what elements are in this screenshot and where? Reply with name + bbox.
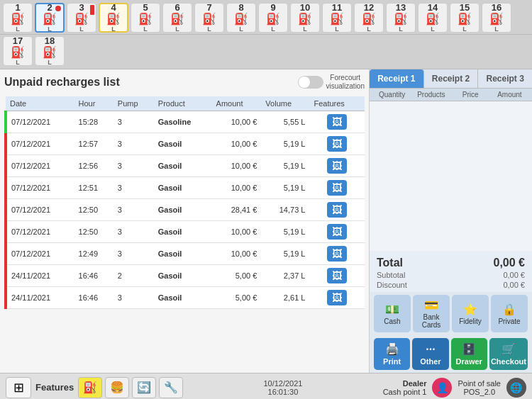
receipt-view-button[interactable]: 🖼: [327, 202, 347, 218]
cell-0: 07/12/2021: [6, 133, 74, 155]
pay-btn-bank-cards[interactable]: 💳Bank Cards: [413, 295, 450, 332]
pump-label: L: [494, 26, 499, 33]
cell-3: Gasoil: [154, 177, 212, 199]
table-row[interactable]: 24/11/202116:462Gasoil5,00 €2,37 L🖼: [6, 265, 365, 287]
cell-0: 24/11/2021: [6, 287, 74, 309]
col-product: Product: [154, 96, 212, 111]
pay-btn-private[interactable]: 🔒Private: [491, 295, 528, 332]
cell-3: Gasoil: [154, 287, 212, 309]
receipt-view-button[interactable]: 🖼: [327, 246, 347, 262]
total-section: Total 0,00 € Subtotal 0,00 € Discount 0,…: [370, 251, 532, 292]
pump-11[interactable]: 11⛽L: [322, 3, 352, 33]
bottom-left: ⊞ Features ⛽ 🍔 🔄 🔧: [6, 377, 183, 398]
pump-dispenser-icon: ⛽: [11, 12, 25, 26]
act-icon: 🖨️: [385, 342, 399, 356]
datetime: 10/12/2021 16:01:30: [263, 379, 302, 396]
table-row[interactable]: 07/12/202112:513Gasoil10,00 €5,19 L🖼: [6, 177, 365, 199]
pump-label: L: [335, 26, 339, 33]
cell-1: 12:51: [74, 177, 113, 199]
act-btn-other[interactable]: ···Other: [412, 338, 448, 370]
nav-icon-burger[interactable]: 🍔: [105, 377, 129, 398]
pump-label: L: [143, 26, 148, 33]
act-btn-drawer[interactable]: 🗄️Drawer: [451, 338, 487, 370]
pump-7[interactable]: 7⛽L: [194, 3, 224, 33]
table-row[interactable]: 07/12/202112:573Gasoil10,00 €5,19 L🖼: [6, 133, 365, 155]
pay-btn-cash[interactable]: 💵Cash: [374, 295, 411, 332]
table-row[interactable]: 07/12/202115:283Gasoline10,00 €5,55 L🖼: [6, 111, 365, 133]
pump-1[interactable]: 1⛽L: [3, 3, 33, 33]
subtotal-amount: 0,00 €: [503, 271, 525, 279]
pump-5[interactable]: 5⛽L: [131, 3, 160, 33]
cell-features: 🖼: [309, 287, 365, 309]
pump-dispenser-icon: ⛽: [362, 12, 376, 26]
pump-2[interactable]: 2⛽L: [35, 3, 65, 33]
cell-1: 12:56: [74, 155, 113, 177]
receipt-view-button[interactable]: 🖼: [327, 136, 347, 152]
tab-receipt-2[interactable]: Receipt 2: [424, 69, 479, 88]
pump-6[interactable]: 6⛽L: [162, 3, 192, 33]
cell-4: 5,00 €: [212, 265, 262, 287]
cell-0: 07/12/2021: [6, 199, 74, 221]
pump-10[interactable]: 10⛽L: [290, 3, 320, 33]
table-row[interactable]: 07/12/202112:563Gasoil10,00 €5,19 L🖼: [6, 155, 365, 177]
pump-12[interactable]: 12⛽L: [354, 3, 384, 33]
cell-features: 🖼: [309, 243, 365, 265]
forecourt-toggle[interactable]: Forecourtvisualization: [298, 74, 365, 91]
table-row[interactable]: 24/11/202116:463Gasoil5,00 €2,61 L🖼: [6, 287, 365, 309]
pump-label: L: [48, 59, 52, 66]
pump-8[interactable]: 8⛽L: [226, 3, 256, 33]
cell-5: 5,55 L: [261, 111, 309, 133]
tab-receipt-3[interactable]: Receipt 3: [478, 69, 532, 88]
pump-4[interactable]: 4⛽L: [99, 3, 128, 33]
pump-17[interactable]: 17⛽L: [3, 36, 33, 66]
cell-3: Gasoil: [154, 265, 212, 287]
cell-2: 2: [113, 265, 154, 287]
cell-2: 3: [113, 133, 154, 155]
cell-5: 2,37 L: [261, 265, 309, 287]
pump-16[interactable]: 16⛽L: [482, 3, 511, 33]
pay-icon: 💳: [424, 298, 438, 312]
receipt-view-button[interactable]: 🖼: [327, 268, 347, 283]
dealer-info: Dealer Cash point 1: [383, 379, 427, 396]
subtotal-row: Subtotal 0,00 €: [377, 271, 525, 279]
act-label: Checkout: [491, 357, 526, 366]
receipt-view-button[interactable]: 🖼: [327, 180, 347, 196]
payment-buttons: 💵Cash💳Bank Cards⭐Fidelity🔒Private: [370, 292, 532, 335]
tab-receipt-1[interactable]: Receipt 1: [370, 69, 424, 88]
pump-3[interactable]: 3⛽L: [67, 3, 96, 33]
pump-15[interactable]: 15⛽L: [450, 3, 480, 33]
pump-label: L: [79, 26, 84, 33]
total-amount: 0,00 €: [494, 257, 525, 269]
col-amount: Amount: [212, 96, 262, 111]
table-row[interactable]: 07/12/202112:503Gasoil10,00 €5,19 L🖼: [6, 221, 365, 243]
pump-13[interactable]: 13⛽L: [386, 3, 416, 33]
grid-icon-box[interactable]: ⊞: [6, 377, 31, 398]
forecourt-toggle-switch[interactable]: [298, 76, 323, 89]
pay-btn-fidelity[interactable]: ⭐Fidelity: [452, 295, 489, 332]
receipt-view-button[interactable]: 🖼: [327, 224, 347, 240]
table-row[interactable]: 07/12/202112:503Gasoil28,41 €14,73 L🖼: [6, 199, 365, 221]
nav-icon-wash[interactable]: 🔄: [132, 377, 156, 398]
cell-1: 15:28: [74, 111, 113, 133]
pump-14[interactable]: 14⛽L: [418, 3, 448, 33]
receipt-view-button[interactable]: 🖼: [327, 158, 347, 174]
cell-0: 07/12/2021: [6, 177, 74, 199]
table-head: Date Hour Pump Product Amount Volume Fea…: [6, 96, 365, 111]
pump-dispenser-icon: ⛽: [266, 12, 280, 26]
features-button[interactable]: Features: [35, 382, 74, 393]
unpaid-title: Unpaid recharges list: [4, 76, 120, 89]
act-icon: 🗄️: [462, 342, 476, 356]
receipt-view-button[interactable]: 🖼: [327, 290, 347, 305]
pos-label: Point of sale: [458, 379, 501, 388]
pump-9[interactable]: 9⛽L: [258, 3, 288, 33]
nav-icon-pump[interactable]: ⛽: [78, 377, 102, 398]
cell-3: Gasoil: [154, 199, 212, 221]
pump-18[interactable]: 18⛽L: [35, 36, 65, 66]
act-btn-checkout[interactable]: 🛒Checkout: [489, 338, 528, 370]
receipt-view-button[interactable]: 🖼: [327, 114, 347, 130]
cell-3: Gasoil: [154, 243, 212, 265]
receipt-cols: Quantity Products Price Amount: [370, 89, 532, 101]
nav-icon-car[interactable]: 🔧: [159, 377, 183, 398]
table-row[interactable]: 07/12/202112:493Gasoil10,00 €5,19 L🖼: [6, 243, 365, 265]
act-btn-print[interactable]: 🖨️Print: [374, 338, 410, 370]
